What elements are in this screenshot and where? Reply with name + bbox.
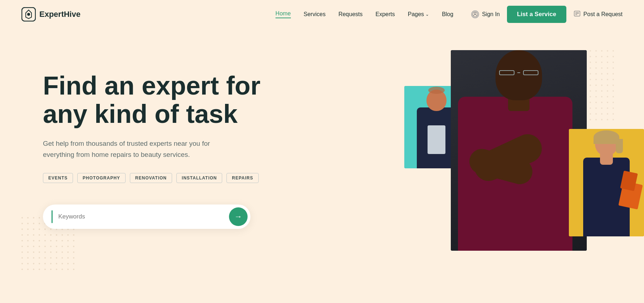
tag-photography[interactable]: PHOTOGRAPHY <box>77 173 126 183</box>
svg-point-2 <box>27 13 30 16</box>
nav-link-requests[interactable]: Requests <box>338 11 363 18</box>
tag-renovation[interactable]: RENOVATION <box>130 173 172 183</box>
nav-link-home[interactable]: Home <box>275 10 291 18</box>
nav-link-experts[interactable]: Experts <box>376 11 395 18</box>
logo-text: ExpertHive <box>39 10 80 19</box>
hero-images <box>351 29 644 303</box>
nav-right: Sign In List a Service Post a Request <box>471 6 623 23</box>
list-service-button[interactable]: List a Service <box>507 6 566 23</box>
post-request-button[interactable]: Post a Request <box>574 10 623 19</box>
tag-installation[interactable]: INSTALLATION <box>176 173 222 183</box>
search-input[interactable] <box>58 213 229 220</box>
svg-point-4 <box>474 13 476 15</box>
nav-link-blog[interactable]: Blog <box>442 11 453 18</box>
hero-subtitle: Get help from thousands of trusted exper… <box>43 138 229 160</box>
logo-icon <box>21 7 36 21</box>
logo[interactable]: ExpertHive <box>21 7 80 21</box>
nav-link-services[interactable]: Services <box>304 11 326 18</box>
expert-image-main <box>451 50 587 251</box>
nav-links: Home Services Requests Experts Pages ⌄ B… <box>275 10 453 18</box>
expert-image-woman <box>569 129 644 236</box>
sign-in-button[interactable]: Sign In <box>471 10 500 18</box>
tag-repairs[interactable]: REPAIRS <box>226 173 258 183</box>
tag-list: EVENTS PHOTOGRAPHY RENOVATION INSTALLATI… <box>43 173 286 183</box>
search-button[interactable]: → <box>229 207 248 226</box>
hero-title: Find an expert for any kind of task <box>43 72 286 128</box>
chevron-down-icon: ⌄ <box>425 12 429 17</box>
post-request-label: Post a Request <box>584 11 623 18</box>
search-divider <box>52 210 53 223</box>
navbar: ExpertHive Home Services Requests Expert… <box>0 0 644 29</box>
search-arrow-icon: → <box>234 212 242 221</box>
nav-link-pages[interactable]: Pages ⌄ <box>408 11 429 18</box>
search-bar: → <box>43 205 250 229</box>
sign-in-icon <box>471 10 479 18</box>
post-request-icon <box>574 10 581 19</box>
hero-content: Find an expert for any kind of task Get … <box>43 50 286 229</box>
hero-section: Find an expert for any kind of task Get … <box>0 29 644 303</box>
tag-events[interactable]: EVENTS <box>43 173 73 183</box>
sign-in-label: Sign In <box>482 11 500 18</box>
